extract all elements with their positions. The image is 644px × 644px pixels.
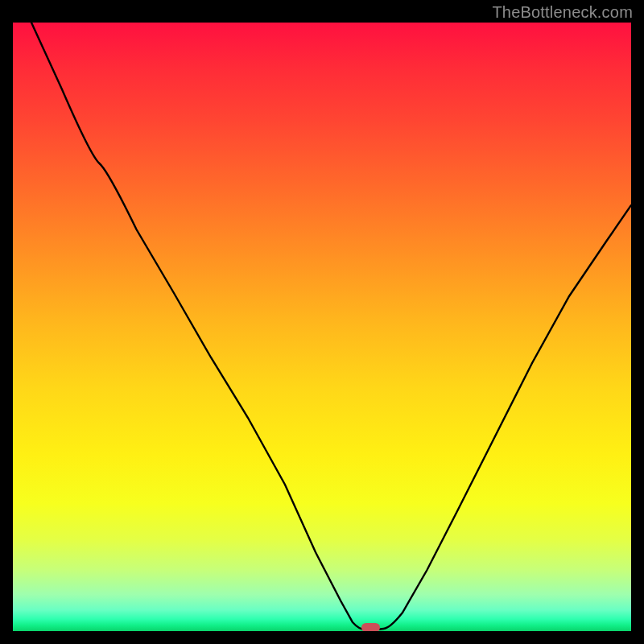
watermark-text: TheBottleneck.com	[492, 3, 633, 22]
chart-frame: TheBottleneck.com	[0, 0, 644, 644]
bottleneck-curve	[31, 23, 631, 630]
plot-area	[13, 23, 631, 631]
curve-layer	[13, 23, 631, 631]
optimal-marker	[361, 623, 380, 631]
